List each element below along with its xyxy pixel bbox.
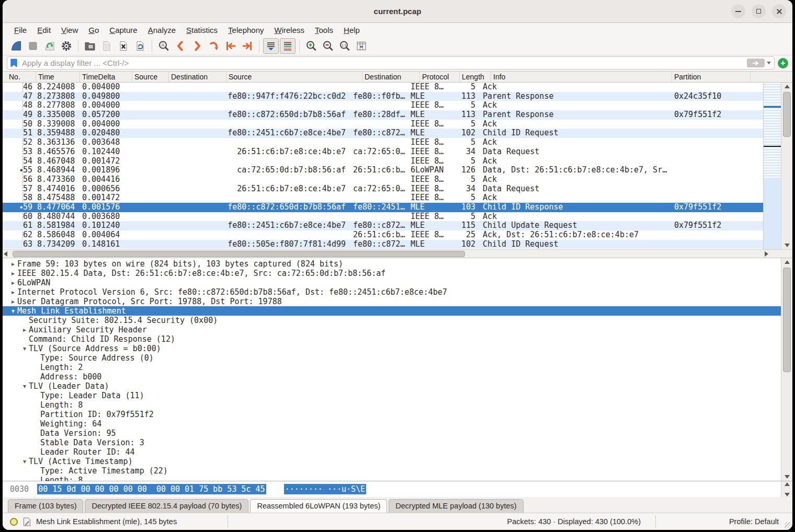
details-scroll-thumb[interactable]	[783, 268, 791, 372]
detail-line[interactable]: ▸Auxiliary Security Header	[3, 325, 781, 334]
packet-list-scroll-thumb[interactable]	[783, 92, 791, 137]
collapse-arrow-icon[interactable]: ▾	[20, 344, 29, 353]
column-header-destination[interactable]: Destination	[362, 72, 420, 82]
detail-line[interactable]: Type: Leader Data (11)	[3, 391, 781, 400]
packet-row-50[interactable]: 508.3390080.004000IEEE 8…5Ack	[3, 120, 763, 129]
save-file-button[interactable]	[99, 38, 115, 54]
minimize-button[interactable]	[731, 4, 745, 18]
detail-line[interactable]: ▸User Datagram Protocol, Src Port: 19788…	[3, 297, 781, 306]
bytes-scroll-up-arrow[interactable]	[785, 482, 790, 486]
packet-row-49[interactable]: 498.3350080.057200fe80::c872:650d:b7b8:5…	[3, 110, 763, 120]
close-button[interactable]	[772, 4, 786, 18]
zoom-in-button[interactable]	[303, 38, 319, 54]
filter-dropdown-caret[interactable]	[767, 62, 771, 64]
menu-tools[interactable]: Tools	[310, 25, 338, 36]
expand-arrow-icon[interactable]: ▸	[9, 259, 17, 269]
detail-line[interactable]: Length: 8	[3, 400, 781, 410]
display-filter-input[interactable]	[21, 58, 747, 68]
column-header-source[interactable]: Source	[132, 72, 169, 82]
go-forward-button[interactable]	[189, 38, 205, 54]
packet-row-53[interactable]: 538.4655760.10244026:51:c6:b7:e8:ce:4b:e…	[3, 147, 763, 157]
scroll-right-arrow[interactable]	[765, 251, 768, 257]
capture-options-button[interactable]	[59, 38, 74, 54]
detail-line[interactable]: Length: 8	[3, 476, 781, 481]
menu-telephony[interactable]: Telephony	[223, 25, 269, 36]
find-packet-button[interactable]: A	[156, 38, 172, 54]
collapse-arrow-icon[interactable]: ▾	[9, 306, 17, 316]
byte-view-tab[interactable]: Reassembled 6LoWPAN (193 bytes)	[250, 499, 387, 513]
collapse-arrow-icon[interactable]: ▾	[20, 381, 29, 391]
packet-row-56[interactable]: 568.4733600.004416IEEE 8…5Ack	[3, 175, 763, 184]
capture-comment-icon[interactable]	[23, 517, 31, 526]
detail-line[interactable]: Security Suite: 802.15.4 Security (0x00)	[3, 316, 781, 325]
packet-row-52[interactable]: 528.3631360.003648IEEE 8…5Ack	[3, 138, 763, 147]
packet-row-54[interactable]: 548.4670480.001472IEEE 8…5Ack	[3, 157, 763, 166]
detail-line[interactable]: Type: Source Address (0)	[3, 353, 781, 363]
byte-view-tab[interactable]: Decrypted IEEE 802.15.4 payload (70 byte…	[85, 499, 248, 513]
add-filter-button[interactable]: +	[778, 58, 788, 68]
detail-line[interactable]: ▾TLV (Leader Data)	[3, 381, 781, 391]
menu-wireless[interactable]: Wireless	[269, 25, 310, 36]
column-header-no[interactable]: No.	[3, 72, 36, 82]
column-header-info[interactable]: Info	[491, 72, 672, 82]
hscroll-track[interactable]	[7, 251, 761, 257]
packet-row-55[interactable]: ◆558.4689440.001896ca:72:65:0d:b7:b8:56:…	[3, 166, 763, 175]
restart-capture-button[interactable]	[42, 38, 58, 54]
packet-row-58[interactable]: 588.4754880.001472IEEE 8…5Ack	[3, 193, 763, 203]
packet-row-47[interactable]: 478.2738080.049800fe80::947f:f476:22bc:c…	[3, 92, 763, 101]
hex-ascii-selected[interactable]: ········ ···u·S\E	[284, 484, 367, 494]
detail-line[interactable]: Stable Data Version: 3	[3, 438, 781, 447]
detail-line[interactable]: Type: Active Timestamp (22)	[3, 466, 781, 476]
menu-analyze[interactable]: Analyze	[143, 25, 181, 36]
detail-line[interactable]: Data Version: 95	[3, 429, 781, 438]
detail-line[interactable]: ▸6LoWPAN	[3, 278, 781, 287]
detail-line[interactable]: ▾TLV (Active Timestamp)	[3, 457, 781, 466]
colorize-button[interactable]	[280, 38, 296, 54]
packet-row-57[interactable]: 578.4740160.00065626:51:c6:b7:e8:ce:4b:e…	[3, 184, 763, 194]
column-header-destination[interactable]: Destination	[169, 72, 226, 82]
status-profile[interactable]: Profile: Default	[655, 516, 792, 527]
reload-file-button[interactable]	[132, 38, 148, 54]
intelligent-scrollbar-minimap[interactable]	[763, 83, 781, 249]
packet-bytes-pane[interactable]: 0030 00 15 0d 00 00 00 00 00 00 00 01 75…	[3, 481, 792, 497]
expand-arrow-icon[interactable]: ▸	[9, 269, 17, 278]
start-capture-button[interactable]	[8, 38, 24, 54]
menu-help[interactable]: Help	[338, 25, 365, 36]
titlebar[interactable]: current.pcap	[3, 0, 792, 23]
column-header-length[interactable]: Length	[460, 72, 491, 82]
detail-line[interactable]: Command: Child ID Response (12)	[3, 334, 781, 344]
detail-line[interactable]: Address: b000	[3, 372, 781, 381]
bytes-vscrollbar[interactable]	[781, 481, 792, 497]
packet-row-63[interactable]: 638.7342090.148161fe80::505e:f807:7f81:4…	[3, 240, 763, 249]
resize-columns-button[interactable]	[354, 38, 369, 54]
apply-filter-button[interactable]	[747, 59, 765, 67]
expand-arrow-icon[interactable]: ▸	[9, 297, 17, 306]
byte-view-tab[interactable]: Decrypted MLE payload (130 bytes)	[389, 499, 523, 513]
detail-line[interactable]: Length: 2	[3, 363, 781, 372]
scroll-left-arrow[interactable]	[4, 251, 7, 257]
go-back-button[interactable]	[173, 38, 188, 54]
expand-arrow-icon[interactable]: ▸	[9, 287, 17, 297]
menu-file[interactable]: File	[9, 25, 32, 36]
expand-arrow-icon[interactable]: ▸	[9, 278, 17, 287]
details-scroll-down-arrow[interactable]	[785, 475, 790, 479]
packet-row-51[interactable]: 518.3594880.020480fe80::2451:c6b7:e8ce:4…	[3, 129, 763, 138]
last-packet-button[interactable]	[240, 38, 255, 54]
open-file-button[interactable]	[82, 38, 98, 54]
detail-line[interactable]: ▸Internet Protocol Version 6, Src: fe80:…	[3, 287, 781, 297]
maximize-button[interactable]	[752, 4, 766, 18]
stop-capture-button[interactable]	[25, 38, 41, 54]
packet-row-62[interactable]: 628.5860480.00406426:51:c6:b…IEEE 8…25Ac…	[3, 230, 763, 240]
bytes-scroll-down-arrow[interactable]	[785, 493, 790, 496]
detail-line[interactable]: ▸IEEE 802.15.4 Data, Dst: 26:51:c6:b7:e8…	[3, 269, 781, 278]
menu-statistics[interactable]: Statistics	[181, 25, 223, 36]
go-to-packet-button[interactable]	[206, 38, 222, 54]
menu-edit[interactable]: Edit	[32, 25, 56, 36]
detail-line[interactable]: ▾Mesh Link Establishment	[3, 306, 781, 316]
first-packet-button[interactable]	[223, 38, 238, 54]
packet-list-vscrollbar[interactable]	[781, 83, 792, 249]
column-header-time[interactable]: Time	[36, 72, 80, 82]
menu-capture[interactable]: Capture	[104, 25, 142, 36]
resize-grip[interactable]	[785, 522, 791, 528]
column-header-source[interactable]: Source	[226, 72, 362, 82]
